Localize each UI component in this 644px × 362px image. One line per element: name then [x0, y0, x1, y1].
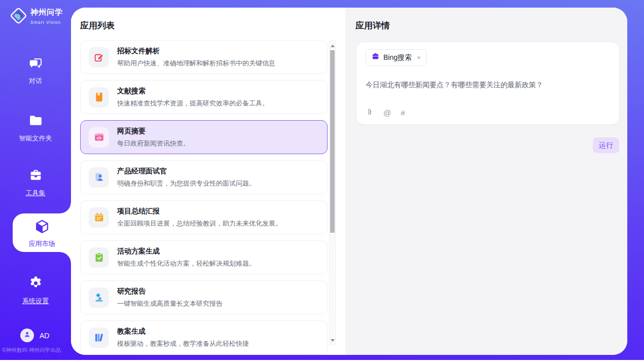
briefcase-icon	[371, 52, 380, 63]
cube-icon	[33, 219, 51, 238]
brand-subtitle: Smart Vision	[30, 20, 61, 25]
book-icon	[89, 87, 109, 107]
brand-name: 神州问学	[30, 8, 63, 16]
app-card-title: 活动方案生成	[117, 247, 256, 256]
triangle-up-icon	[331, 45, 335, 47]
chat-icon	[28, 64, 44, 73]
prompt-card: Bing搜索 × 今日湖北有哪些新闻要点？有哪些需要关注的最新政策？ @ #	[356, 42, 620, 125]
app-card-title: 文献搜索	[117, 87, 269, 96]
app-card-title: 网页摘要	[117, 127, 190, 136]
brand-logo: 神州问学 Smart Vision	[9, 6, 63, 28]
app-card-2[interactable]: 文献搜索 快速精准查找学术资源，提高研究效率的必备工具。	[80, 80, 328, 114]
app-card-description: 模板驱动，教案秒成，教学准备从此轻松快捷	[117, 339, 249, 348]
app-card-title: 教案生成	[117, 327, 249, 336]
app-detail-panel: 应用详情 Bing搜索 × 今日湖北有哪些新闻要点？有哪些需要关注的最新政策？	[345, 8, 627, 355]
sidebar-item-smart-folders[interactable]: 智能文件夹	[0, 113, 71, 143]
sidebar-item-chat[interactable]: 对话	[0, 55, 71, 86]
scrollbar-thumb[interactable]	[330, 50, 335, 233]
app-card-6[interactable]: 活动方案生成 智能生成个性化活动方案，轻松解决规划难题。	[80, 240, 328, 274]
app-card-description: 全面回顾项目进展，总结经验教训，助力未来优化发展。	[117, 219, 282, 228]
app-card-list: 招标文件解析 帮助用户快速、准确地理解和解析招标书中的关键信息 文献搜索 快速精…	[80, 40, 328, 355]
scrollbar-down-button[interactable]	[330, 337, 335, 344]
app-card-description: 帮助用户快速、准确地理解和解析招标书中的关键信息	[117, 59, 275, 68]
app-list-scrollbar[interactable]	[329, 41, 336, 345]
user-account[interactable]: AD	[20, 329, 49, 342]
sidebar-item-toolset[interactable]: 工具集	[0, 167, 71, 198]
sidebar-item-app-market-active[interactable]: 应用市场	[13, 213, 71, 252]
app-card-description: 智能生成个性化活动方案，轻松解决规划难题。	[117, 259, 256, 268]
attachment-toolbar: @ #	[366, 107, 610, 118]
scrollbar-up-button[interactable]	[330, 42, 335, 49]
triangle-down-icon	[331, 339, 335, 342]
app-card-description: 快速精准查找学术资源，提高研究效率的必备工具。	[117, 99, 269, 108]
app-card-1[interactable]: 招标文件解析 帮助用户快速、准确地理解和解析招标书中的关键信息	[80, 40, 328, 74]
app-card-description: 明确身份和职责，为您提供专业性的面试问题。	[117, 179, 256, 188]
app-list-title: 应用列表	[80, 20, 115, 31]
sidebar-item-label: 应用市场	[13, 239, 71, 248]
sidebar-item-label: 对话	[0, 77, 71, 86]
app-card-5[interactable]: 项目总结汇报 全面回顾项目进展，总结经验教训，助力未来优化发展。	[80, 200, 328, 234]
copyright-footer: ©神州数码·神州问学出品	[2, 347, 71, 354]
at-icon[interactable]: @	[383, 108, 391, 117]
folder-icon	[28, 121, 44, 130]
app-card-title: 研究报告	[117, 287, 223, 296]
app-card-4[interactable]: 产品经理面试官 明确身份和职责，为您提供专业性的面试问题。	[80, 160, 328, 194]
toolbox-icon	[28, 176, 44, 185]
app-card-title: 项目总结汇报	[117, 207, 282, 216]
sidebar-item-label: 工具集	[0, 189, 71, 198]
tag-remove-icon[interactable]: ×	[417, 54, 421, 61]
microscope-icon	[89, 287, 109, 308]
user-initials: AD	[40, 332, 49, 340]
sidebar: 神州问学 Smart Vision 对话 智能文件夹	[0, 0, 71, 360]
browser-code-icon	[89, 127, 109, 148]
person-icon	[23, 331, 31, 340]
tool-tag-bing-search[interactable]: Bing搜索 ×	[366, 49, 426, 66]
calendar-icon	[89, 207, 109, 228]
content-area: 应用列表 招标文件解析 帮助用户快速、准确地理解和解析招标书中的关键信息 文献搜…	[71, 8, 627, 355]
sidebar-item-settings[interactable]: 系统设置	[0, 275, 71, 306]
app-list-panel: 应用列表 招标文件解析 帮助用户快速、准确地理解和解析招标书中的关键信息 文献搜…	[71, 8, 345, 355]
avatar	[20, 329, 34, 342]
app-card-title: 招标文件解析	[117, 47, 275, 56]
paperclip-icon[interactable]	[366, 107, 374, 118]
tool-tag-label: Bing搜索	[383, 53, 412, 62]
app-card-title: 产品经理面试官	[117, 167, 256, 176]
prompt-input[interactable]: 今日湖北有哪些新闻要点？有哪些需要关注的最新政策？	[366, 80, 610, 90]
hash-icon[interactable]: #	[401, 108, 405, 117]
clipboard-check-icon	[89, 247, 109, 268]
app-card-7[interactable]: 研究报告 一键智能生成高质量长文本研究报告	[80, 280, 328, 314]
app-card-description: 每日政府新闻资讯快查。	[117, 139, 190, 148]
sidebar-item-label: 系统设置	[0, 297, 71, 306]
sidebar-item-label: 智能文件夹	[0, 134, 71, 143]
pen-document-icon	[89, 47, 109, 67]
app-detail-title: 应用详情	[355, 20, 390, 31]
app-frame: 神州问学 Smart Vision 对话 智能文件夹	[0, 0, 644, 360]
run-button[interactable]: 运行	[593, 137, 619, 153]
app-card-description: 一键智能生成高质量长文本研究报告	[117, 299, 223, 308]
gear-icon	[28, 284, 44, 293]
interviewer-icon	[89, 167, 109, 188]
diamond-logo-icon	[9, 6, 28, 28]
app-card-3[interactable]: 网页摘要 每日政府新闻资讯快查。	[80, 120, 328, 154]
app-card-8[interactable]: 教案生成 模板驱动，教案秒成，教学准备从此轻松快捷	[80, 320, 328, 354]
books-icon	[89, 328, 109, 348]
